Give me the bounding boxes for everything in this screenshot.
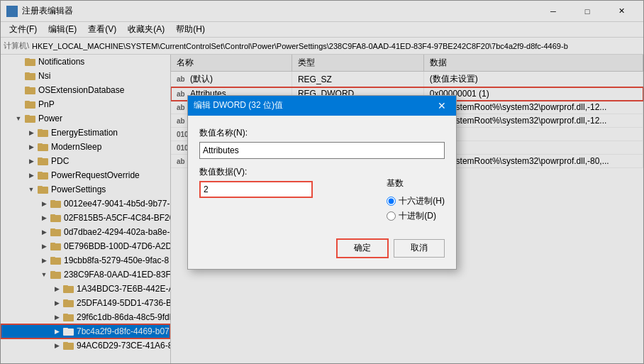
cancel-button[interactable]: 取消	[394, 239, 445, 258]
dialog-overlay: 编辑 DWORD (32 位)值 ✕ 数值名称(N): 数值数据(V): 基数	[0, 0, 644, 364]
dialog-buttons: 确定 取消	[188, 233, 456, 269]
value-base-row: 数值数据(V): 基数 十六进制(H) 十进制(D)	[199, 166, 445, 222]
base-section: 基数 十六进制(H) 十进制(D)	[387, 166, 445, 222]
data-input[interactable]	[199, 181, 313, 198]
dialog-body: 数值名称(N): 数值数据(V): 基数 十六进制(H)	[188, 116, 456, 233]
dialog-close-button[interactable]: ✕	[433, 97, 450, 114]
ok-button[interactable]: 确定	[337, 239, 388, 258]
name-label: 数值名称(N):	[199, 127, 445, 139]
dialog-title: 编辑 DWORD (32 位)值	[194, 99, 433, 111]
dec-label: 十进制(D)	[399, 210, 436, 222]
value-section: 数值数据(V):	[199, 166, 378, 198]
edit-dword-dialog: 编辑 DWORD (32 位)值 ✕ 数值名称(N): 数值数据(V): 基数	[187, 95, 457, 270]
base-label: 基数	[387, 177, 445, 189]
name-input[interactable]	[199, 142, 445, 159]
hex-radio[interactable]	[387, 197, 396, 206]
dec-radio-row: 十进制(D)	[387, 210, 445, 222]
dialog-title-bar: 编辑 DWORD (32 位)值 ✕	[188, 96, 456, 116]
hex-radio-row: 十六进制(H)	[387, 195, 445, 207]
data-label: 数值数据(V):	[199, 166, 378, 178]
hex-label: 十六进制(H)	[399, 195, 445, 207]
dec-radio[interactable]	[387, 211, 396, 221]
name-row: 数值名称(N):	[199, 127, 445, 159]
